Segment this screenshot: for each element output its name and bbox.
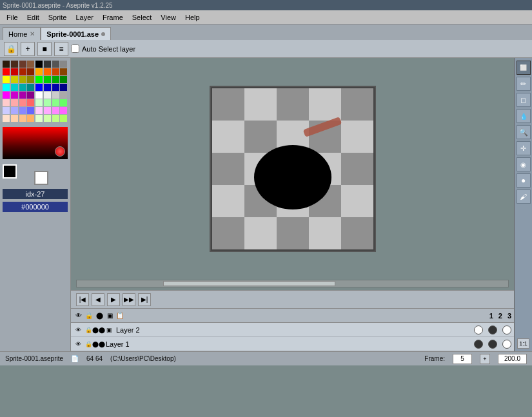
eyedropper-tool[interactable]: 💧: [517, 109, 531, 123]
color-cell-58[interactable]: [19, 115, 26, 122]
color-cell-17[interactable]: [11, 76, 18, 83]
canvas-scrollbar-h[interactable]: [76, 280, 509, 287]
color-cell-27[interactable]: [27, 84, 34, 91]
color-cell-19[interactable]: [27, 76, 34, 83]
color-cell-22[interactable]: [52, 76, 59, 83]
shape-tool[interactable]: ●: [517, 173, 531, 188]
layer-2-frame-1[interactable]: [474, 325, 483, 335]
color-cell-25[interactable]: [11, 84, 18, 91]
layer-1-lock[interactable]: 🔒: [84, 340, 93, 349]
color-cell-35[interactable]: [27, 92, 34, 99]
color-cell-1[interactable]: [11, 61, 18, 68]
color-cell-8[interactable]: [3, 68, 10, 75]
color-cell-47[interactable]: [60, 99, 67, 106]
color-cell-59[interactable]: [27, 115, 34, 122]
brush-tool[interactable]: 🖌: [517, 189, 531, 204]
eraser-tool[interactable]: ◻: [517, 93, 531, 107]
color-cell-53[interactable]: [44, 107, 51, 114]
layer-1-frame-2[interactable]: [488, 340, 497, 349]
menu-select[interactable]: Select: [128, 12, 156, 23]
color-cell-28[interactable]: [35, 84, 43, 91]
status-frame-input[interactable]: [453, 354, 472, 364]
color-cell-10[interactable]: [19, 68, 26, 75]
color-cell-56[interactable]: [3, 115, 10, 122]
pencil-tool[interactable]: ✏: [517, 77, 531, 91]
color-cell-31[interactable]: [60, 84, 67, 91]
layer-1-frame-3[interactable]: [502, 340, 511, 349]
color-cell-37[interactable]: [44, 92, 51, 99]
color-cell-30[interactable]: [52, 84, 59, 91]
color-cell-42[interactable]: [19, 99, 26, 106]
color-cell-33[interactable]: [11, 92, 18, 99]
color-cell-16[interactable]: [3, 76, 10, 83]
toolbar-square-btn[interactable]: ■: [37, 42, 52, 56]
color-cell-18[interactable]: [19, 76, 26, 83]
status-frame-add-btn[interactable]: +: [480, 354, 490, 364]
layer-2-eye[interactable]: 👁: [74, 325, 83, 335]
color-cell-44[interactable]: [35, 99, 43, 106]
menu-edit[interactable]: Edit: [23, 12, 43, 23]
color-cell-54[interactable]: [52, 107, 59, 114]
color-cell-36[interactable]: [35, 92, 43, 99]
color-cell-23[interactable]: [60, 76, 67, 83]
menu-sprite[interactable]: Sprite: [44, 12, 71, 23]
fill-bucket[interactable]: ◉: [517, 157, 531, 171]
color-cell-3[interactable]: [27, 61, 34, 68]
tab-sprite[interactable]: Sprite-0001.ase: [41, 27, 111, 40]
color-cell-40[interactable]: [3, 99, 10, 106]
layer-2-frame-2[interactable]: [488, 325, 497, 335]
layer-2-lock[interactable]: 🔒: [84, 325, 93, 335]
color-cell-63[interactable]: [60, 115, 67, 122]
canvas-container[interactable]: [76, 63, 509, 275]
menu-file[interactable]: File: [3, 12, 22, 23]
color-cell-15[interactable]: [60, 68, 67, 75]
tab-home[interactable]: Home ✕: [3, 27, 41, 40]
first-frame-btn[interactable]: |◀: [76, 293, 89, 306]
color-cell-20[interactable]: [35, 76, 43, 83]
color-cell-62[interactable]: [52, 115, 59, 122]
menu-frame[interactable]: Frame: [99, 12, 127, 23]
color-cell-48[interactable]: [3, 107, 10, 114]
color-cell-14[interactable]: [52, 68, 59, 75]
color-gradient-preview[interactable]: [3, 127, 68, 159]
color-idx-label[interactable]: idx-27: [3, 189, 68, 199]
layer-1-cel[interactable]: ⬤⬤: [94, 340, 103, 349]
color-cell-2[interactable]: [19, 61, 26, 68]
layer-1-frame-1[interactable]: [474, 340, 483, 349]
toolbar-add-btn[interactable]: +: [21, 42, 35, 56]
color-cell-13[interactable]: [44, 68, 51, 75]
prev-frame-btn[interactable]: ◀: [92, 293, 104, 306]
toolbar-lock-btn[interactable]: 🔒: [4, 42, 18, 56]
color-cell-55[interactable]: [60, 107, 67, 114]
color-cell-6[interactable]: [52, 61, 59, 68]
fg-color[interactable]: [3, 164, 17, 179]
color-cell-41[interactable]: [11, 99, 18, 106]
move-tool[interactable]: ✛: [517, 141, 531, 155]
color-cell-11[interactable]: [27, 68, 34, 75]
color-cell-46[interactable]: [52, 99, 59, 106]
color-cell-52[interactable]: [35, 107, 43, 114]
color-cell-39[interactable]: [60, 92, 67, 99]
color-cell-5[interactable]: [44, 61, 51, 68]
layer-1-name[interactable]: Layer 1: [103, 340, 474, 348]
next-frame-btn[interactable]: ▶▶: [123, 293, 135, 306]
color-cell-50[interactable]: [19, 107, 26, 114]
menu-view[interactable]: View: [157, 12, 180, 23]
color-cell-45[interactable]: [44, 99, 51, 106]
color-cell-61[interactable]: [44, 115, 51, 122]
color-hex-value[interactable]: #000000: [3, 202, 68, 212]
color-cell-38[interactable]: [52, 92, 59, 99]
bg-color[interactable]: [34, 171, 48, 185]
select-rect-tool[interactable]: ⬜: [517, 61, 531, 75]
color-cell-26[interactable]: [19, 84, 26, 91]
layer-2-frame[interactable]: ▣: [104, 325, 113, 335]
color-cell-24[interactable]: [3, 84, 10, 91]
color-cell-29[interactable]: [44, 84, 51, 91]
color-cell-43[interactable]: [27, 99, 34, 106]
color-cell-34[interactable]: [19, 92, 26, 99]
color-cell-57[interactable]: [11, 115, 18, 122]
tab-home-close[interactable]: ✕: [30, 30, 35, 37]
layer-2-frame-3[interactable]: [502, 325, 511, 335]
color-cell-21[interactable]: [44, 76, 51, 83]
color-cell-9[interactable]: [11, 68, 18, 75]
